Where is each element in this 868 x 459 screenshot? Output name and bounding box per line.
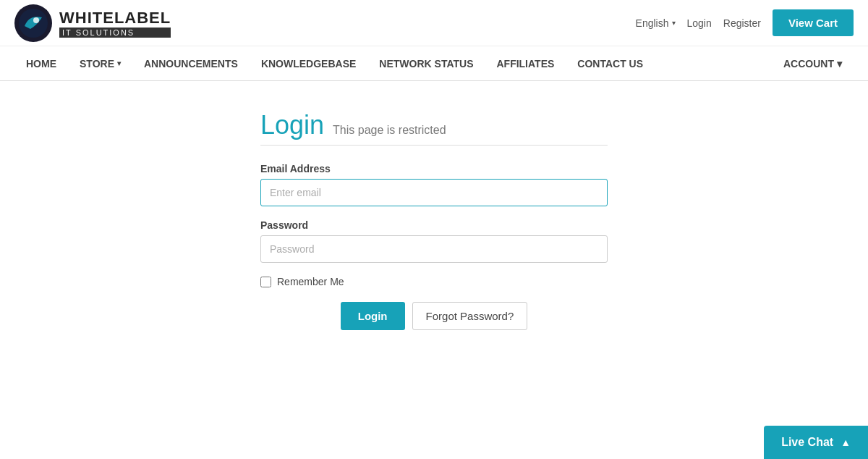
logo-icon — [14, 4, 52, 42]
logo-area[interactable]: WHITELABEL IT SOLUTIONS — [14, 4, 171, 42]
nav-announcements[interactable]: ANNOUNCEMENTS — [132, 48, 250, 80]
chevron-up-icon: ▲ — [841, 437, 851, 448]
form-button-row: Login Forgot Password? — [260, 302, 608, 330]
remember-me-label: Remember Me — [277, 276, 344, 287]
login-title-row: Login This page is restricted — [260, 110, 608, 140]
main-content: Login This page is restricted Email Addr… — [0, 81, 868, 374]
store-caret-icon: ▾ — [117, 59, 121, 67]
forgot-password-button[interactable]: Forgot Password? — [412, 302, 528, 330]
email-field-group: Email Address — [260, 163, 608, 206]
login-subtitle: This page is restricted — [333, 124, 446, 137]
email-input[interactable] — [260, 179, 608, 206]
language-caret-icon: ▾ — [672, 19, 676, 27]
brand-name-top: WHITELABEL — [59, 9, 171, 28]
title-divider — [260, 145, 608, 146]
nav-knowledgebase[interactable]: KNOWLEDGEBASE — [250, 48, 367, 80]
top-right-controls: English ▾ Login Register View Cart — [636, 9, 854, 36]
email-label: Email Address — [260, 163, 608, 174]
register-link[interactable]: Register — [723, 17, 761, 29]
logo-text: WHITELABEL IT SOLUTIONS — [59, 9, 171, 38]
login-form-container: Login This page is restricted Email Addr… — [260, 110, 608, 330]
account-caret-icon: ▾ — [837, 58, 842, 70]
login-heading: Login — [260, 110, 324, 140]
nav-network-status[interactable]: NETWORK STATUS — [367, 48, 485, 80]
password-input[interactable] — [260, 235, 608, 263]
nav-affiliates[interactable]: AFFILIATES — [485, 48, 566, 80]
password-label: Password — [260, 219, 608, 231]
nav-account[interactable]: ACCOUNT ▾ — [772, 48, 854, 80]
nav-store[interactable]: STORE ▾ — [68, 48, 132, 80]
remember-me-row: Remember Me — [260, 276, 608, 287]
top-bar: WHITELABEL IT SOLUTIONS English ▾ Login … — [0, 0, 868, 46]
live-chat-widget[interactable]: Live Chat ▲ — [764, 426, 868, 459]
password-field-group: Password — [260, 219, 608, 263]
svg-point-2 — [33, 17, 39, 23]
login-link[interactable]: Login — [687, 17, 712, 29]
nav-home[interactable]: HOME — [14, 48, 68, 80]
view-cart-button[interactable]: View Cart — [773, 9, 854, 36]
language-selector[interactable]: English ▾ — [636, 17, 676, 29]
nav-contact-us[interactable]: CONTACT US — [566, 48, 655, 80]
live-chat-label: Live Chat — [781, 436, 833, 449]
nav-bar: HOME STORE ▾ ANNOUNCEMENTS KNOWLEDGEBASE… — [0, 46, 868, 81]
login-button[interactable]: Login — [341, 302, 405, 330]
remember-me-checkbox[interactable] — [260, 277, 271, 287]
brand-name-bottom: IT SOLUTIONS — [59, 28, 171, 38]
language-label: English — [636, 17, 669, 29]
